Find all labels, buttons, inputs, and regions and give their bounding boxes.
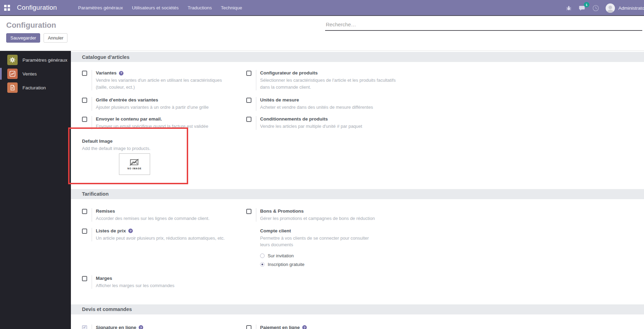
menu-utilisateurs-societes[interactable]: Utilisateurs et sociétés xyxy=(127,0,183,16)
setting-divider xyxy=(256,324,256,329)
setting-desc: Acheter et vendre dans des unités de mes… xyxy=(260,104,373,111)
setting-desc: Envoyer un email spécifique quand la fac… xyxy=(96,123,208,130)
setting-desc: Gérer les promotions et campagnes de bon… xyxy=(260,215,375,222)
messages-icon[interactable]: 1 xyxy=(579,5,586,11)
setting-remises: Remises Accorder des remises sur les lig… xyxy=(82,208,246,222)
page-title: Configuration xyxy=(6,21,56,30)
radio-icon-selected[interactable] xyxy=(260,262,265,267)
settings-sidebar: Paramètres généraux Ventes xyxy=(0,51,71,329)
remises-checkbox[interactable] xyxy=(82,209,87,214)
setting-desc: Add the default image to products. xyxy=(82,145,644,152)
sales-chart-icon xyxy=(7,69,18,79)
top-navbar: Configuration Paramètres généraux Utilis… xyxy=(0,0,644,16)
help-icon[interactable]: ? xyxy=(302,325,307,329)
setting-divider xyxy=(92,208,92,222)
user-avatar[interactable] xyxy=(606,3,615,13)
setting-label: Remises xyxy=(96,208,115,215)
topbar-right-cluster: 1 Administrator ( xyxy=(565,0,644,16)
setting-label: Signature en ligne xyxy=(96,324,136,329)
email-checkbox[interactable] xyxy=(82,117,87,122)
gear-icon xyxy=(7,55,18,65)
setting-desc: Vendre les variantes d'un article en uti… xyxy=(96,77,227,90)
sidebar-item-label: Facturation xyxy=(22,85,46,90)
no-image-label: NO IMAGE xyxy=(128,167,142,170)
setting-divider xyxy=(256,116,256,130)
debug-bug-icon[interactable] xyxy=(565,5,572,11)
setting-bons-promotions: Bons & Promotions Gérer les promotions e… xyxy=(246,208,644,222)
help-icon[interactable]: ? xyxy=(128,229,133,233)
radio-option-inscription-gratuite[interactable]: Inscription gratuite xyxy=(260,260,379,269)
setting-envoyer-email: Envoyer le contenu par email. Envoyer un… xyxy=(82,116,246,130)
setting-unites-mesure: Unités de mesure Acheter et vendre dans … xyxy=(246,97,644,111)
setting-label: Listes de prix xyxy=(96,228,126,234)
top-menu-bar: Paramètres généraux Utilisateurs et soci… xyxy=(74,0,247,16)
setting-divider xyxy=(92,228,92,242)
setting-listes-de-prix: Listes de prix? Un article peut avoir pl… xyxy=(82,228,246,242)
section-header-devis-commandes: Devis et commandes xyxy=(71,304,644,314)
help-icon[interactable]: ? xyxy=(139,325,143,329)
section-header-tarification: Tarification xyxy=(71,189,644,199)
cancel-button[interactable]: Annuler xyxy=(44,33,67,43)
grille-checkbox[interactable] xyxy=(82,98,87,103)
setting-marges: Marges Afficher les marges sur les comma… xyxy=(82,275,246,289)
settings-content: Catalogue d'articles Variantes? Vendre l… xyxy=(71,51,644,329)
invoice-icon xyxy=(7,82,18,93)
radio-icon[interactable] xyxy=(260,254,265,258)
radio-option-sur-invitation[interactable]: Sur invitation xyxy=(260,251,379,260)
setting-label: Conditionnements de produits xyxy=(260,116,328,123)
configurateur-checkbox[interactable] xyxy=(246,71,251,76)
control-panel: Configuration Sauvegarder Annuler xyxy=(0,17,644,51)
app-title: Configuration xyxy=(17,4,57,11)
compte-client-options: Sur invitation Inscription gratuite xyxy=(260,251,379,269)
paiement-checkbox[interactable] xyxy=(246,325,251,329)
help-icon[interactable]: ? xyxy=(119,71,123,75)
odoo-settings-window: Configuration Paramètres généraux Utilis… xyxy=(0,0,644,329)
sidebar-item-facturation[interactable]: Facturation xyxy=(0,81,71,95)
bons-checkbox[interactable] xyxy=(246,209,251,214)
activities-clock-icon[interactable] xyxy=(592,5,599,11)
sidebar-item-label: Paramètres généraux xyxy=(22,57,67,63)
setting-label: Default Image xyxy=(82,138,644,145)
setting-label: Grille d'entrée des variantes xyxy=(96,97,158,104)
user-menu[interactable]: Administrator ( xyxy=(618,6,644,11)
sidebar-item-ventes[interactable]: Ventes xyxy=(0,67,71,81)
message-count-badge: 1 xyxy=(584,2,589,7)
setting-desc: Ajouter plusieurs variantes à un ordre à… xyxy=(96,104,209,111)
menu-traductions[interactable]: Traductions xyxy=(183,0,217,16)
setting-desc: Un article peut avoir plusieurs prix, ré… xyxy=(96,235,225,242)
setting-divider xyxy=(256,208,256,222)
unites-checkbox[interactable] xyxy=(246,98,251,103)
menu-parametres-generaux[interactable]: Paramètres généraux xyxy=(74,0,128,16)
setting-variantes: Variantes? Vendre les variantes d'un art… xyxy=(82,70,246,90)
setting-divider xyxy=(256,70,256,90)
setting-divider xyxy=(92,116,92,130)
setting-compte-client: Compte client Permettre à vos clients de… xyxy=(246,228,644,269)
setting-paiement-en-ligne: Paiement en ligne? Nécessite un paiement… xyxy=(246,324,644,329)
sidebar-item-label: Ventes xyxy=(22,71,37,77)
search-input[interactable] xyxy=(325,19,642,31)
setting-divider xyxy=(92,275,92,289)
conditionnements-checkbox[interactable] xyxy=(246,117,251,122)
setting-desc: Accorder des remises sur les lignes de c… xyxy=(96,215,210,222)
apps-menu-icon[interactable] xyxy=(4,5,10,11)
setting-label: Configurateur de produits xyxy=(260,70,318,77)
setting-label: Marges xyxy=(96,275,112,282)
sidebar-item-parametres-generaux[interactable]: Paramètres généraux xyxy=(0,53,71,67)
setting-divider xyxy=(256,97,256,111)
marges-checkbox[interactable] xyxy=(82,276,87,281)
setting-signature-en-ligne: Signature en ligne? Demander une signatu… xyxy=(82,324,246,329)
setting-label: Bons & Promotions xyxy=(260,208,304,215)
listes-checkbox[interactable] xyxy=(82,229,87,234)
menu-technique[interactable]: Technique xyxy=(217,0,247,16)
setting-desc: Vendre les articles par multiple d'unité… xyxy=(260,123,362,130)
save-button[interactable]: Sauvegarder xyxy=(6,33,40,43)
setting-desc: Permettre à vos clients de se connecter … xyxy=(260,235,379,248)
setting-label: Unités de mesure xyxy=(260,97,299,104)
setting-conditionnements: Conditionnements de produits Vendre les … xyxy=(246,116,644,130)
signature-checkbox-checked[interactable] xyxy=(82,325,87,329)
variantes-checkbox[interactable] xyxy=(82,71,87,76)
default-image-upload[interactable]: NO IMAGE xyxy=(119,153,150,175)
setting-desc: Sélectionner les caractéristiques de l'a… xyxy=(260,77,403,90)
setting-label: Envoyer le contenu par email. xyxy=(96,116,162,123)
setting-divider xyxy=(92,70,92,90)
